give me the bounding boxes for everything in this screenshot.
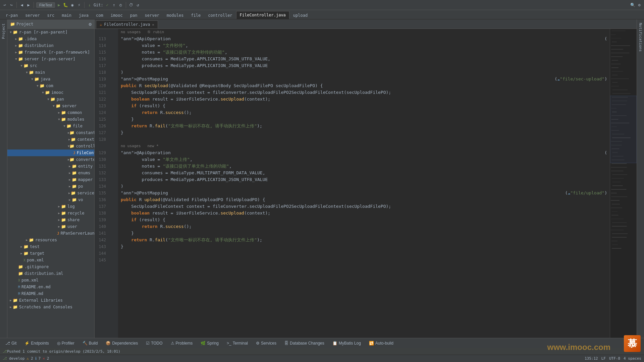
tree-item-frameworkrpanframework[interactable]: ▶📁framework [r-pan-framework] <box>7 49 94 56</box>
notifications-tab[interactable]: Notifications <box>637 21 644 54</box>
nav-server[interactable]: server <box>21 11 43 19</box>
run-icon[interactable]: ▶ <box>56 2 62 8</box>
tree-item-constants[interactable]: ▶📁constants <box>7 129 94 136</box>
tree-item-service[interactable]: ▶📁service <box>7 190 94 196</box>
nav-main[interactable]: main <box>58 11 75 19</box>
tree-item-resources[interactable]: ▶📁resources <box>7 237 94 243</box>
tree-item-context[interactable]: ▶📁context <box>7 136 94 143</box>
tree-item-externallibraries[interactable]: ▶📁External Libraries <box>7 297 94 304</box>
tree-item-user[interactable]: ▶📁user <box>7 223 94 230</box>
tree-item-modules[interactable]: ▼📁modules <box>7 116 94 123</box>
debug-icon[interactable]: 🐛 <box>63 2 68 8</box>
tree-item-java[interactable]: ▼📁java <box>7 76 94 82</box>
undo-icon[interactable]: ↩ <box>2 2 7 8</box>
tab-close-btn[interactable]: ✕ <box>152 23 154 26</box>
tree-label: vo <box>78 197 83 202</box>
code-editor[interactable]: 1131141151161171181191201211221231241251… <box>95 29 637 338</box>
tree-item-entity[interactable]: ▶📁entity <box>7 163 94 170</box>
tree-options-icon[interactable]: ⚙ <box>89 21 92 27</box>
bottom-tab-services[interactable]: ⚙Services <box>253 340 280 347</box>
tree-item-com[interactable]: ▼📁com <box>7 82 94 89</box>
lc-126: return R.fail("文件唯一标识不存在, 请手动执行文件上传"); <box>121 123 607 129</box>
tree-item-imooc[interactable]: ▼📁imooc <box>7 89 94 96</box>
code-content[interactable]: no usages ⑤ rubin"ann">@ApiOperation( va… <box>118 29 610 338</box>
profile-icon[interactable]: ⚡ <box>76 2 82 8</box>
nav-r-pan[interactable]: r-pan <box>2 11 21 19</box>
nav-upload[interactable]: upload <box>289 11 311 19</box>
bottom-tab-dependencies[interactable]: 📦Dependencies <box>102 340 141 347</box>
tree-item-main[interactable]: ▼📁main <box>7 69 94 76</box>
tree-item-pomxml[interactable]: Xpom.xml <box>7 257 94 263</box>
tree-item-rpanrpanparent[interactable]: ▼📁r-pan [r-pan-parent] <box>7 29 94 36</box>
bottom-tab-endpoints[interactable]: ⚡Endpoints <box>21 340 52 347</box>
project-tab[interactable]: Project <box>0 21 7 42</box>
tree-item-test[interactable]: ▶📁test <box>7 243 94 250</box>
tree-item-rpanserverlauncher[interactable]: JRPanServerLauncher <box>7 230 94 237</box>
git-check-icon[interactable]: ✓ <box>105 2 110 8</box>
folder-icon: 📁 <box>72 177 77 182</box>
lc-124: return R.success(); <box>121 109 607 116</box>
tree-item-share[interactable]: ▶📁share <box>7 217 94 223</box>
tree-item-distribution[interactable]: ▶📁distribution <box>7 42 94 49</box>
bottom-tab-git[interactable]: ⎇Git <box>2 340 20 347</box>
tree-item-readmemd[interactable]: MREADME.md <box>7 290 94 297</box>
tree-item-mapper[interactable]: ▶📁mapper <box>7 176 94 183</box>
nav-java[interactable]: java <box>75 11 92 19</box>
git-push-icon[interactable]: ↑ <box>111 2 117 8</box>
redo-icon[interactable]: ↪ <box>9 2 14 8</box>
branch-name[interactable]: develop <box>9 356 24 361</box>
nav-modules[interactable]: modules <box>163 11 187 19</box>
coverage-icon[interactable]: ◉ <box>70 2 75 8</box>
forward-icon[interactable]: ▶ <box>26 2 31 8</box>
tree-item-server[interactable]: ▼📁server <box>7 103 94 109</box>
nav-filecontroller[interactable]: FileController.java <box>236 11 289 19</box>
tree-item-controller[interactable]: ▼📁controller <box>7 143 94 149</box>
tree-item-gitignore[interactable]: 📁.gitignore <box>7 263 94 270</box>
tree-item-recycle[interactable]: ▶📁recycle <box>7 210 94 217</box>
nav-pan[interactable]: pan <box>126 11 141 19</box>
editor-tab-filecontroller[interactable]: ☕ FileController.java ✕ <box>96 20 158 28</box>
nav-controller[interactable]: controller <box>204 11 236 19</box>
run-config-btn[interactable]: FileTest <box>36 2 55 8</box>
git-hist-icon[interactable]: ◴ <box>118 2 123 8</box>
nav-com[interactable]: com <box>92 11 107 19</box>
tree-item-src[interactable]: ▼📁src <box>7 62 94 69</box>
tree-item-pomxml[interactable]: Xpom.xml <box>7 277 94 284</box>
tree-item-log[interactable]: ▶📁log <box>7 203 94 210</box>
settings-icon[interactable]: ⚙ <box>637 2 642 8</box>
tree-item-po[interactable]: ▶📁po <box>7 183 94 190</box>
nav-server2[interactable]: server <box>141 11 163 19</box>
tree-item-serverrpanserver[interactable]: ▼📁server [r-pan-server] <box>7 56 94 62</box>
tree-item-enums[interactable]: ▶📁enums <box>7 170 94 176</box>
tree-item-common[interactable]: ▶📁common <box>7 109 94 116</box>
tree-item-converter[interactable]: ▶📁converter <box>7 156 94 163</box>
left-side-tabs: Project <box>0 19 7 338</box>
bottom-tab-problems[interactable]: ⚠Problems <box>167 340 196 347</box>
back-icon[interactable]: ◀ <box>19 2 24 8</box>
tree-item-filecontroller[interactable]: JFileController <box>7 149 94 156</box>
bottom-tab-terminal[interactable]: >_Terminal <box>223 340 251 347</box>
nav-src[interactable]: src <box>43 11 58 19</box>
nav-imooc[interactable]: imooc <box>107 11 126 19</box>
tree-item-target[interactable]: ▶📁target <box>7 250 94 257</box>
tree-item-distributioniml[interactable]: 📁distribution.iml <box>7 270 94 277</box>
tree-item-pan[interactable]: ▼📁pan <box>7 96 94 103</box>
bottom-tab-spring[interactable]: 🌿Spring <box>197 340 222 347</box>
bottom-tab-auto-build[interactable]: 🔁Auto-build <box>366 340 397 347</box>
tree-item-scratchesandconsoles[interactable]: ▶📁Scratches and Consoles <box>7 304 94 310</box>
bottom-tab-build[interactable]: 🔨Build <box>79 340 101 347</box>
tree-item-file[interactable]: ▼📁file <box>7 123 94 129</box>
tree-item-idea[interactable]: ▶📁.idea <box>7 36 94 42</box>
minimap[interactable] <box>610 29 637 338</box>
bottom-tab-mybatis-log[interactable]: 📋MyBatis Log <box>329 340 364 347</box>
bottom-tab-database-changes[interactable]: 🗄Database Changes <box>281 340 328 347</box>
git-update-icon[interactable]: ↓ <box>87 2 92 8</box>
search-everywhere-icon[interactable]: 🔍 <box>630 2 635 8</box>
bottom-tab-profiler[interactable]: ◎Profiler <box>54 340 78 347</box>
revert-icon[interactable]: ↺ <box>135 2 141 8</box>
history-icon[interactable]: ⏱ <box>128 2 134 8</box>
bottom-tab-todo[interactable]: ☑TODO <box>143 340 166 347</box>
nav-file[interactable]: file <box>187 11 204 19</box>
tree-item-vo[interactable]: ▶📁vo <box>7 196 94 203</box>
tree-item-readmeenmd[interactable]: MREADME.en.md <box>7 284 94 290</box>
